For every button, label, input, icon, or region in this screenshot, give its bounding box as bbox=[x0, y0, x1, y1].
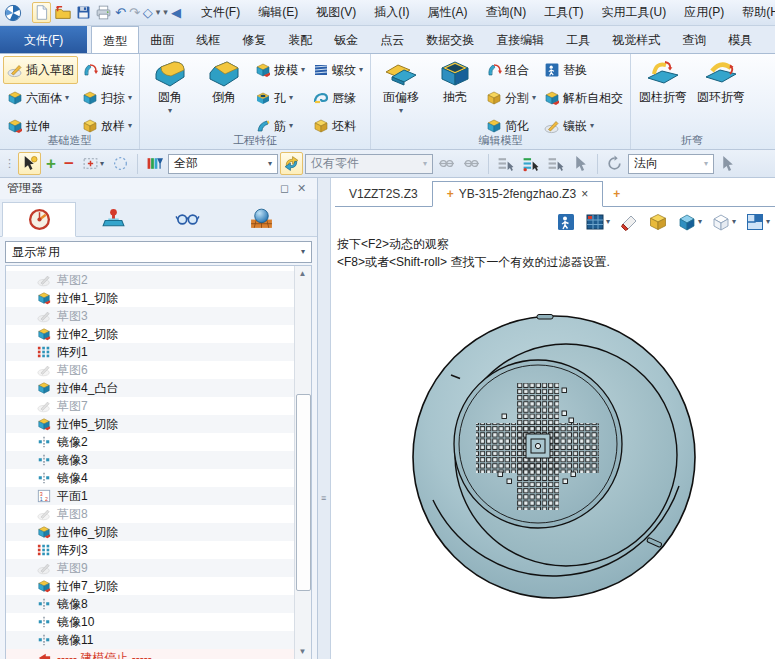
tab-visual-manager[interactable] bbox=[150, 201, 224, 236]
scroll-down-icon[interactable]: ▼ bbox=[295, 644, 310, 659]
filter-button[interactable] bbox=[143, 152, 166, 175]
ribbon-tab-shape[interactable]: 造型 bbox=[91, 26, 139, 54]
tree-item-extrude-boss[interactable]: 拉伸4_凸台 bbox=[6, 379, 294, 397]
tree-item-mirror[interactable]: 镜像3 bbox=[6, 451, 294, 469]
redo-button[interactable]: ↷ bbox=[129, 3, 140, 22]
chevron-down-icon[interactable]: ▾ bbox=[156, 8, 161, 17]
tree-item-plane[interactable]: 平面1 bbox=[6, 487, 294, 505]
tree-scrollbar[interactable]: ▲ ▼ bbox=[294, 266, 311, 659]
ribbon-tab-pointcloud[interactable]: 点云 bbox=[369, 26, 415, 53]
chain-region-button[interactable] bbox=[460, 152, 483, 175]
swap-filter-button[interactable] bbox=[280, 152, 303, 175]
insert-sketch-button[interactable]: 插入草图 bbox=[3, 56, 78, 84]
ribbon-tab-sheetmetal[interactable]: 钣金 bbox=[323, 26, 369, 53]
tab-history-manager[interactable] bbox=[2, 202, 76, 237]
tab-render-manager[interactable] bbox=[224, 201, 298, 236]
ribbon-tab-dataexchange[interactable]: 数据交换 bbox=[415, 26, 485, 53]
stock-view-button[interactable] bbox=[645, 209, 671, 235]
cursor-tool-button[interactable] bbox=[569, 152, 592, 175]
menu-insert[interactable]: 插入(I) bbox=[365, 0, 418, 25]
tree-item-history-stop[interactable]: ----- 建模停止 ----- bbox=[6, 649, 294, 659]
tree-item-extrude-cut[interactable]: 拉伸6_切除 bbox=[6, 523, 294, 541]
document-tab[interactable]: V1ZZT2S.Z3 bbox=[335, 182, 432, 206]
menu-edit[interactable]: 编辑(E) bbox=[249, 0, 307, 25]
pick-last-entity-button[interactable] bbox=[519, 152, 542, 175]
menu-view[interactable]: 视图(V) bbox=[307, 0, 365, 25]
menu-tools[interactable]: 工具(T) bbox=[535, 0, 592, 25]
pick-from-list-button[interactable] bbox=[494, 152, 517, 175]
chamfer-button[interactable]: 倒角 bbox=[197, 56, 251, 106]
toroidal-bend-button[interactable]: 圆环折弯 bbox=[692, 56, 750, 106]
tree-item-mirror[interactable]: 镜像4 bbox=[6, 469, 294, 487]
ribbon-tab-repair[interactable]: 修复 bbox=[231, 26, 277, 53]
new-file-button[interactable] bbox=[32, 2, 51, 23]
toolbar-grip[interactable]: ⋮ bbox=[2, 157, 16, 170]
menu-applications[interactable]: 应用(P) bbox=[675, 0, 733, 25]
tree-item-extrude-cut[interactable]: 拉伸1_切除 bbox=[6, 289, 294, 307]
attribute-table-button[interactable]: ▾ bbox=[582, 209, 613, 235]
collapse-icon[interactable]: ◀ bbox=[171, 6, 181, 19]
reset-orientation-button[interactable] bbox=[603, 152, 626, 175]
float-panel-button[interactable]: ◻ bbox=[276, 182, 293, 195]
combine-button[interactable]: 组合 bbox=[482, 56, 540, 84]
tree-item-pattern[interactable]: 阵列1 bbox=[6, 343, 294, 361]
save-button[interactable] bbox=[75, 3, 92, 22]
tree-item-mirror[interactable]: 镜像8 bbox=[6, 595, 294, 613]
hole-button[interactable]: 孔 ▾ bbox=[251, 84, 309, 112]
tree-item-extrude-cut[interactable]: 拉伸5_切除 bbox=[6, 415, 294, 433]
scroll-up-icon[interactable]: ▲ bbox=[295, 266, 310, 281]
ribbon-tab-tools[interactable]: 工具 bbox=[555, 26, 601, 53]
menu-file[interactable]: 文件(F) bbox=[192, 0, 249, 25]
document-tab-active[interactable]: + YB-315-2fengzhao.Z3 × bbox=[432, 181, 603, 207]
add-selection-button[interactable]: + bbox=[43, 152, 59, 175]
lasso-select-button[interactable] bbox=[109, 152, 132, 175]
scrollbar-thumb[interactable] bbox=[296, 394, 311, 591]
cylindrical-bend-button[interactable]: 圆柱折弯 bbox=[634, 56, 692, 106]
chain-select-button[interactable] bbox=[435, 152, 458, 175]
tree-item-mirror[interactable]: 镜像2 bbox=[6, 433, 294, 451]
window-select-button[interactable]: ▾ bbox=[79, 152, 107, 175]
tree-item-sketch[interactable]: 草图8 bbox=[6, 505, 294, 523]
tree-item-mirror[interactable]: 镜像11 bbox=[6, 631, 294, 649]
panel-splitter[interactable]: ≡ bbox=[318, 178, 331, 659]
open-file-button[interactable] bbox=[54, 3, 72, 22]
fillet-button[interactable]: 圆角 ▾ bbox=[143, 56, 197, 115]
face-offset-button[interactable]: 面偏移 ▾ bbox=[374, 56, 428, 115]
print-button[interactable] bbox=[95, 3, 112, 22]
tree-item-pattern[interactable]: 阵列3 bbox=[6, 541, 294, 559]
ribbon-tab-visualstyle[interactable]: 视觉样式 bbox=[601, 26, 671, 53]
wireframe-display-button[interactable]: ▾ bbox=[708, 209, 739, 235]
draft-button[interactable]: 拔模 ▾ bbox=[251, 56, 309, 84]
graphics-canvas[interactable]: V1ZZT2S.Z3 + YB-315-2fengzhao.Z3 × + ▾ ▾ bbox=[331, 178, 775, 659]
pick-all-button[interactable] bbox=[544, 152, 567, 175]
pointer-button[interactable] bbox=[716, 152, 739, 175]
tree-item-sketch[interactable]: 草图7 bbox=[6, 397, 294, 415]
tree-item-extrude-cut[interactable]: 拉伸7_切除 bbox=[6, 577, 294, 595]
revolve-button[interactable]: 旋转 bbox=[78, 56, 136, 84]
ribbon-tab-assembly[interactable]: 装配 bbox=[277, 26, 323, 53]
model-center-boss[interactable] bbox=[526, 434, 550, 458]
new-tab-button[interactable]: + bbox=[603, 182, 630, 206]
sweep-button[interactable]: 扫掠 ▾ bbox=[78, 84, 136, 112]
tree-item-mirror[interactable]: 镜像10 bbox=[6, 613, 294, 631]
shaded-display-button[interactable]: ▾ bbox=[674, 209, 705, 235]
ribbon-tab-mold[interactable]: 模具 bbox=[717, 26, 763, 53]
part-filter-field[interactable]: 仅有零件 ▾ bbox=[305, 154, 433, 174]
box-button[interactable]: 六面体 ▾ bbox=[3, 84, 78, 112]
divide-button[interactable]: 分割 ▾ bbox=[482, 84, 540, 112]
tree-item-sketch[interactable]: 草图2 bbox=[6, 271, 294, 289]
close-tab-icon[interactable]: × bbox=[581, 187, 588, 201]
ribbon-tab-surface[interactable]: 曲面 bbox=[139, 26, 185, 53]
selection-mode-button[interactable]: ◇ bbox=[143, 3, 153, 22]
shell-button[interactable]: 抽壳 bbox=[428, 56, 482, 106]
menu-attributes[interactable]: 属性(A) bbox=[419, 0, 477, 25]
close-panel-button[interactable]: ✕ bbox=[293, 182, 310, 195]
ribbon-tab-wireframe[interactable]: 线框 bbox=[185, 26, 231, 53]
view-layout-button[interactable]: ▾ bbox=[742, 209, 773, 235]
tree-item-sketch[interactable]: 草图9 bbox=[6, 559, 294, 577]
replace-button[interactable]: 替换 bbox=[540, 56, 627, 84]
history-filter-dropdown[interactable]: 显示常用 ▾ bbox=[5, 241, 312, 263]
tab-reuse-library[interactable] bbox=[76, 201, 150, 236]
tree-item-sketch[interactable]: 草图6 bbox=[6, 361, 294, 379]
tree-item-extrude-cut[interactable]: 拉伸2_切除 bbox=[6, 325, 294, 343]
